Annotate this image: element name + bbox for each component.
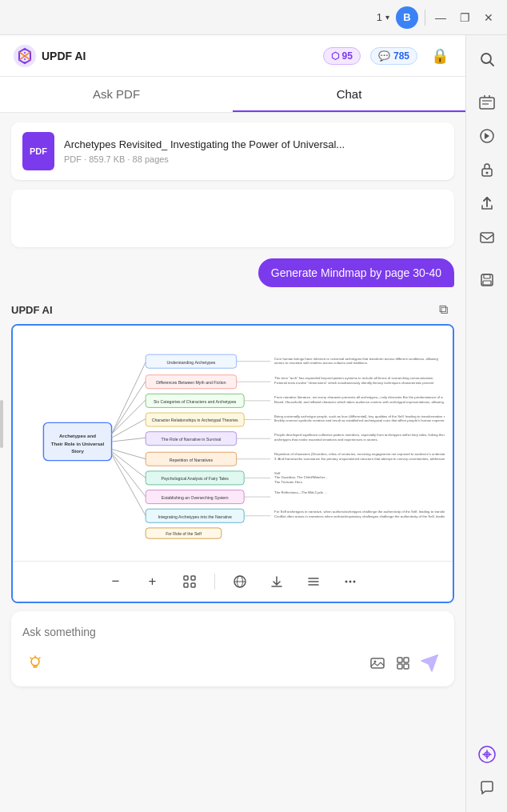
svg-rect-81 bbox=[397, 658, 402, 662]
fit-button[interactable] bbox=[178, 570, 202, 594]
svg-text:The Reflections—The Mid-Cycle : The Reflections—The Mid-Cycle ... bbox=[274, 490, 327, 494]
svg-rect-95 bbox=[481, 233, 493, 242]
maximize-button[interactable]: ❐ bbox=[456, 9, 473, 26]
file-meta: PDF · 859.7 KB · 88 pages bbox=[64, 154, 443, 164]
svg-text:Story: Story bbox=[71, 448, 84, 454]
svg-point-74 bbox=[353, 581, 355, 583]
convert-sidebar-icon[interactable] bbox=[473, 122, 501, 150]
svg-text:flexibly connect symbolic crea: flexibly connect symbolic creation and r… bbox=[274, 418, 445, 422]
lock-sidebar-icon[interactable] bbox=[473, 155, 501, 184]
more-icon bbox=[343, 574, 357, 589]
svg-rect-83 bbox=[397, 664, 402, 669]
blue-counter-badge[interactable]: 💬 785 bbox=[370, 47, 417, 65]
svg-text:Fictional texts involve "dimen: Fictional texts involve "dimensions" whi… bbox=[274, 381, 434, 385]
globe-icon bbox=[233, 574, 247, 589]
svg-rect-98 bbox=[483, 281, 491, 285]
svg-text:For Self archetypes in narrati: For Self archetypes in narrative, when a… bbox=[274, 510, 445, 514]
svg-text:Psychological Analysis of Fair: Psychological Analysis of Fairy Tales bbox=[161, 476, 229, 481]
svg-rect-62 bbox=[191, 576, 195, 580]
svg-text:Conflict often arises in narra: Conflict often arises in narratives when… bbox=[274, 514, 445, 518]
svg-text:stories to resonate with reade: stories to resonate with readers across … bbox=[274, 361, 368, 365]
file-name: Archetypes Revisited_ Investigating the … bbox=[64, 138, 443, 152]
chat-input[interactable] bbox=[22, 621, 443, 643]
blue-counter-value: 785 bbox=[393, 50, 409, 62]
svg-text:From narrative literature, not: From narrative literature, not every cha… bbox=[274, 395, 443, 399]
snapshot-button[interactable] bbox=[390, 650, 416, 676]
svg-point-72 bbox=[345, 581, 347, 583]
svg-rect-61 bbox=[184, 576, 188, 580]
list-icon bbox=[306, 574, 321, 589]
svg-text:Differences Between Myth and F: Differences Between Myth and Fiction bbox=[156, 380, 226, 385]
zoom-in-button[interactable]: + bbox=[141, 570, 165, 594]
svg-text:Character Relationships in Arc: Character Relationships in Archetypal Th… bbox=[152, 418, 238, 422]
scroll-indicator bbox=[0, 400, 3, 448]
bulb-button[interactable] bbox=[22, 650, 48, 676]
download-icon bbox=[269, 574, 284, 589]
svg-line-78 bbox=[39, 658, 40, 658]
file-card: PDF Archetypes Revisited_ Investigating … bbox=[11, 122, 454, 180]
globe-button[interactable] bbox=[228, 570, 252, 594]
svg-text:The Guardian, The Child/Watche: The Guardian, The Child/Watcher... bbox=[274, 475, 328, 479]
svg-rect-84 bbox=[404, 664, 409, 669]
tab-number[interactable]: 1 ▾ bbox=[377, 11, 389, 23]
send-button[interactable] bbox=[416, 650, 443, 677]
purple-counter-badge[interactable]: ⬡ 95 bbox=[323, 47, 361, 65]
svg-rect-87 bbox=[480, 98, 494, 109]
image-button[interactable] bbox=[365, 650, 390, 676]
input-area bbox=[11, 611, 454, 686]
top-bar: UPDF AI ⬡ 95 💬 785 🔒 bbox=[0, 35, 465, 77]
save-sidebar-icon[interactable] bbox=[473, 266, 501, 294]
svg-text:Understanding Archetypes: Understanding Archetypes bbox=[167, 360, 216, 365]
svg-line-9 bbox=[112, 438, 146, 442]
svg-point-85 bbox=[481, 54, 491, 63]
svg-line-13 bbox=[112, 454, 146, 516]
ocr-sidebar-icon[interactable] bbox=[473, 88, 501, 117]
tab-ask-pdf[interactable]: Ask PDF bbox=[0, 77, 233, 112]
list-button[interactable] bbox=[301, 570, 325, 594]
share-sidebar-icon[interactable] bbox=[473, 189, 501, 218]
svg-text:3. And frameworks summarize th: 3. And frameworks summarize the primary … bbox=[274, 457, 445, 461]
svg-line-12 bbox=[112, 453, 146, 497]
tab-chat[interactable]: Chat bbox=[233, 77, 465, 112]
lock-button[interactable]: 🔒 bbox=[427, 43, 453, 69]
title-bar: 1 ▾ B — ❐ ✕ bbox=[0, 0, 507, 35]
svg-line-7 bbox=[112, 400, 146, 434]
search-sidebar-icon[interactable] bbox=[473, 45, 501, 74]
svg-text:Archetypes and: Archetypes and bbox=[59, 433, 96, 438]
mindmap-image: Archetypes and Their Role in Universal S… bbox=[13, 326, 453, 561]
more-button[interactable] bbox=[338, 570, 362, 594]
svg-text:The Trickster Hero: The Trickster Hero bbox=[274, 480, 303, 484]
download-button[interactable] bbox=[265, 570, 289, 594]
svg-point-73 bbox=[349, 581, 351, 583]
copy-button[interactable]: ⧉ bbox=[432, 298, 454, 321]
svg-point-94 bbox=[485, 172, 488, 174]
logo-text: UPDF AI bbox=[42, 50, 86, 62]
svg-line-10 bbox=[112, 449, 146, 458]
zoom-out-button[interactable]: − bbox=[104, 570, 128, 594]
svg-text:The term "arch" has expanded b: The term "arch" has expanded beyond patt… bbox=[274, 376, 434, 380]
svg-text:Core human beings have inheren: Core human beings have inherent or unive… bbox=[274, 357, 438, 361]
bulb-icon bbox=[27, 655, 43, 671]
ai-response-header: UPDF AI ⧉ bbox=[0, 290, 465, 324]
updf-ai-bottom-icon[interactable] bbox=[473, 740, 501, 769]
close-button[interactable]: ✕ bbox=[480, 9, 497, 26]
user-message-bubble: Generate Mindmap by page 30-40 bbox=[258, 258, 454, 287]
purple-counter-icon: ⬡ bbox=[331, 50, 339, 62]
svg-rect-82 bbox=[404, 658, 409, 662]
chat-bottom-icon[interactable] bbox=[473, 774, 501, 802]
svg-text:For Role of the Self: For Role of the Self bbox=[166, 531, 202, 536]
updf-logo-icon bbox=[13, 44, 37, 68]
svg-text:Their Role in Universal: Their Role in Universal bbox=[51, 441, 105, 446]
title-divider bbox=[425, 10, 425, 26]
snapshot-icon bbox=[395, 655, 411, 671]
blue-counter-icon: 💬 bbox=[378, 50, 390, 62]
svg-text:People developed significant c: People developed significant collective … bbox=[274, 433, 445, 437]
svg-text:Self: Self bbox=[274, 471, 281, 475]
purple-counter-value: 95 bbox=[342, 50, 353, 62]
right-sidebar bbox=[465, 35, 507, 812]
mail-sidebar-icon[interactable] bbox=[473, 222, 501, 251]
user-badge[interactable]: B bbox=[396, 6, 418, 29]
minimize-button[interactable]: — bbox=[432, 9, 449, 26]
tab-group: 1 ▾ bbox=[377, 11, 389, 23]
file-info: Archetypes Revisited_ Investigating the … bbox=[64, 138, 443, 164]
